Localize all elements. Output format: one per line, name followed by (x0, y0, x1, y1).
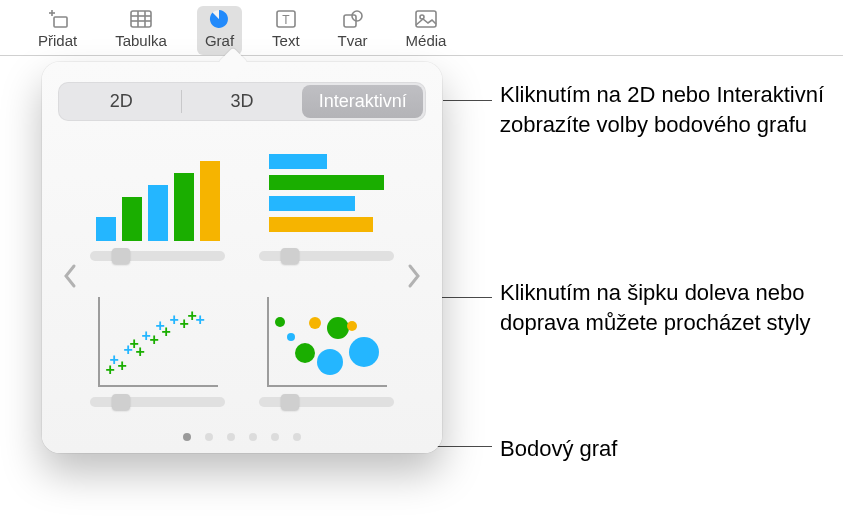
chart-style-bar[interactable] (257, 145, 396, 261)
slider-handle[interactable] (112, 248, 130, 264)
page-dots (58, 433, 426, 441)
tab-interactive[interactable]: Interaktivní (302, 85, 423, 118)
scatter-chart-thumb: + + + + + + + + + + + + + + (90, 291, 225, 387)
chart-type-segmented: 2D 3D Interaktivní (58, 82, 426, 121)
toolbar-label: Média (406, 32, 447, 49)
toolbar-label: Graf (205, 32, 234, 49)
tab-3d[interactable]: 3D (182, 85, 303, 118)
chevron-left-icon[interactable] (56, 246, 84, 306)
chart-icon (206, 8, 232, 30)
toolbar-chart[interactable]: Graf (197, 6, 242, 55)
toolbar-label: Text (272, 32, 300, 49)
callout-scatter: Bodový graf (500, 434, 617, 464)
toolbar-media[interactable]: Média (398, 6, 455, 55)
chart-popover: 2D 3D Interaktivní (42, 62, 442, 453)
media-icon (413, 8, 439, 30)
svg-rect-0 (54, 17, 67, 27)
table-icon (128, 8, 154, 30)
chevron-right-icon[interactable] (400, 246, 428, 306)
slider[interactable] (90, 397, 225, 407)
chart-style-bubble[interactable] (257, 291, 396, 407)
toolbar-label: Přidat (38, 32, 77, 49)
insert-icon (45, 8, 71, 30)
toolbar-text[interactable]: T Text (264, 6, 308, 55)
toolbar-label: Tabulka (115, 32, 167, 49)
slider[interactable] (90, 251, 225, 261)
slider[interactable] (259, 397, 394, 407)
page-dot[interactable] (293, 433, 301, 441)
toolbar-label: Tvar (338, 32, 368, 49)
chart-grid: + + + + + + + + + + + + + + (58, 145, 426, 407)
page-dot[interactable] (183, 433, 191, 441)
svg-point-11 (352, 11, 362, 21)
page-dot[interactable] (227, 433, 235, 441)
toolbar: Přidat Tabulka Graf T Text Tvar Média (0, 0, 843, 56)
callout-arrows: Kliknutím na šipku doleva nebo doprava m… (500, 278, 830, 337)
shape-icon (340, 8, 366, 30)
bar-chart-thumb (259, 145, 394, 241)
svg-rect-12 (416, 11, 436, 27)
toolbar-shape[interactable]: Tvar (330, 6, 376, 55)
page-dot[interactable] (205, 433, 213, 441)
bubble-chart-thumb (259, 291, 394, 387)
chart-style-column[interactable] (88, 145, 227, 261)
tab-2d[interactable]: 2D (61, 85, 182, 118)
column-chart-thumb (90, 145, 225, 241)
svg-text:T: T (282, 13, 290, 27)
slider-handle[interactable] (281, 394, 299, 410)
callout-tabs: Kliknutím na 2D nebo Interaktivní zobraz… (500, 80, 830, 139)
slider[interactable] (259, 251, 394, 261)
svg-rect-3 (131, 11, 151, 27)
page-dot[interactable] (249, 433, 257, 441)
chart-style-scatter[interactable]: + + + + + + + + + + + + + + (88, 291, 227, 407)
toolbar-insert[interactable]: Přidat (30, 6, 85, 55)
slider-handle[interactable] (281, 248, 299, 264)
leader-line (443, 100, 492, 101)
toolbar-table[interactable]: Tabulka (107, 6, 175, 55)
chart-style-area: + + + + + + + + + + + + + + (58, 145, 426, 407)
page-dot[interactable] (271, 433, 279, 441)
text-icon: T (273, 8, 299, 30)
slider-handle[interactable] (112, 394, 130, 410)
